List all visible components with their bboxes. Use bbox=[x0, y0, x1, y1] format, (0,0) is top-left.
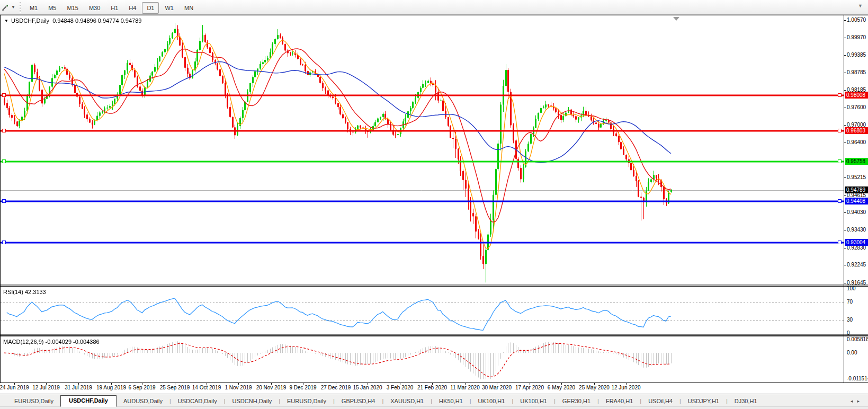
price-axis-tick: 0.98785 bbox=[847, 69, 866, 75]
price-axis-tick: 0.91645 bbox=[847, 280, 866, 286]
symbol-dropdown-icon[interactable]: ▼ bbox=[4, 19, 8, 23]
date-axis-label: 11 Mar 2020 bbox=[450, 385, 479, 390]
chart-tab-gbpusd-h4[interactable]: GBPUSD,H4 bbox=[335, 396, 382, 406]
chart-tab-eurusd-daily[interactable]: EURUSD,Daily bbox=[7, 396, 60, 406]
timeframe-button-m15[interactable]: M15 bbox=[62, 2, 83, 14]
timeframe-buttons: M1M5M15M30H1H4D1W1MN bbox=[24, 3, 199, 12]
chart-left-border bbox=[0, 15, 1, 383]
date-axis-label: 21 Feb 2020 bbox=[417, 385, 447, 390]
rsi-axis-tick: 0 bbox=[847, 330, 850, 336]
timeframe-button-h1[interactable]: H1 bbox=[106, 2, 123, 14]
date-axis: 24 Jun 201912 Jul 201931 Jul 201919 Aug … bbox=[0, 383, 868, 394]
macd-axis-tick: 0.005818 bbox=[847, 336, 868, 342]
rsi-axis-tick: 30 bbox=[847, 317, 853, 323]
date-axis-label: 6 Sep 2019 bbox=[128, 385, 155, 390]
price-axis-tick: 0.97600 bbox=[847, 104, 866, 110]
date-axis-label: 3 Feb 2020 bbox=[387, 385, 414, 390]
price-level-badge: 0.94408 bbox=[845, 198, 868, 204]
price-axis-tickmark bbox=[844, 20, 846, 21]
chevron-down-icon[interactable]: ▼ bbox=[11, 5, 15, 10]
timeframe-button-h4[interactable]: H4 bbox=[124, 2, 141, 14]
date-axis-label: 27 Dec 2019 bbox=[321, 385, 351, 390]
price-level-badge: 0.93004 bbox=[845, 239, 868, 246]
price-axis-tickmark bbox=[844, 212, 846, 213]
timeframe-button-m1[interactable]: M1 bbox=[25, 2, 42, 14]
date-axis-label: 12 Jul 2019 bbox=[32, 385, 60, 390]
chart-tab-ger30-h1[interactable]: GER30,H1 bbox=[556, 396, 597, 406]
rsi-axis-tick: 70 bbox=[847, 299, 853, 305]
date-axis-label: 19 Aug 2019 bbox=[96, 385, 126, 390]
price-axis-tickmark bbox=[844, 108, 846, 108]
price-axis-tickmark bbox=[844, 73, 846, 73]
main-price-chart[interactable] bbox=[0, 15, 844, 284]
date-axis-label: 6 May 2020 bbox=[548, 385, 575, 390]
timeframe-button-mn[interactable]: MN bbox=[180, 2, 198, 14]
price-axis-tickmark bbox=[844, 195, 846, 196]
macd-label: MACD(12,26,9) -0.004029 -0.004386 bbox=[3, 339, 100, 345]
rsi-value: 42.3133 bbox=[25, 289, 46, 295]
macd-values: -0.004029 -0.004386 bbox=[45, 339, 99, 345]
date-axis-label: 24 Jun 2019 bbox=[0, 385, 29, 390]
chart-tab-dj30-h1[interactable]: DJ30,H1 bbox=[728, 396, 764, 406]
symbol-name: USDCHF,Daily bbox=[11, 17, 49, 24]
chart-tab-xauusd-h1[interactable]: XAUUSD,H1 bbox=[383, 396, 431, 406]
toolbar-overflow-icon[interactable]: ▼ bbox=[858, 3, 863, 8]
chart-tab-eurusd-daily[interactable]: EURUSD,Daily bbox=[280, 396, 333, 406]
chart-tab-uk100-h1[interactable]: UK100,H1 bbox=[471, 396, 512, 406]
price-axis-tick: 0.99385 bbox=[847, 52, 866, 58]
price-axis-tickmark bbox=[844, 90, 846, 91]
toolbar-grip-handle[interactable] bbox=[20, 2, 21, 13]
price-level-badge: 0.96803 bbox=[845, 127, 868, 134]
price-axis-tick: 0.93430 bbox=[847, 227, 866, 233]
rsi-indicator-panel[interactable] bbox=[0, 287, 844, 334]
price-axis-tickmark bbox=[844, 143, 846, 143]
chart-cursor-icon[interactable] bbox=[1, 3, 10, 12]
symbol-ohlc-values: 0.94848 0.94896 0.94774 0.94789 bbox=[52, 17, 141, 24]
chart-tab-bar: EURUSD,DailyUSDCHF,DailyAUDUSD,Daily|USD… bbox=[0, 394, 868, 406]
date-axis-label: 30 Mar 2020 bbox=[482, 385, 512, 390]
chart-tab-uk100-h1[interactable]: UK100,H1 bbox=[513, 396, 554, 406]
date-axis-label: 9 Dec 2019 bbox=[289, 385, 316, 390]
price-level-badge: 0.95758 bbox=[845, 158, 868, 165]
macd-axis-tick: 0.00 bbox=[847, 350, 857, 355]
chart-tab-audusd-daily[interactable]: AUDUSD,Daily bbox=[117, 396, 169, 406]
date-axis-label: 15 Jan 2020 bbox=[353, 385, 382, 390]
price-axis-tickmark bbox=[844, 265, 846, 265]
chart-tab-usdcad-daily[interactable]: USDCAD,Daily bbox=[171, 396, 224, 406]
chart-tab-fra40-h1[interactable]: FRA40,H1 bbox=[599, 396, 640, 406]
date-axis-label: 20 Nov 2019 bbox=[256, 385, 287, 390]
date-axis-label: 12 Jun 2020 bbox=[611, 385, 640, 390]
price-axis-tickmark bbox=[844, 125, 846, 126]
chart-tab-usoil-h4[interactable]: USOil,H4 bbox=[641, 396, 679, 406]
rsi-label: RSI(14) 42.3133 bbox=[3, 289, 46, 295]
macd-indicator-panel[interactable] bbox=[0, 336, 844, 383]
timeframe-button-m30[interactable]: M30 bbox=[84, 2, 105, 14]
timeframes-toolbar: ▼ M1M5M15M30H1H4D1W1MN ▼ bbox=[0, 0, 868, 15]
price-axis-tick: 0.95215 bbox=[847, 174, 866, 180]
price-axis-tickmark bbox=[844, 248, 846, 248]
date-axis-label: 25 Sep 2019 bbox=[160, 385, 190, 390]
chart-tab-usdcnh-daily[interactable]: USDCNH,Daily bbox=[226, 396, 279, 406]
price-level-badge: 0.98008 bbox=[845, 92, 868, 99]
timeframe-button-d1[interactable]: D1 bbox=[142, 2, 159, 14]
symbol-quote-label: ▼USDCHF,Daily 0.94848 0.94896 0.94774 0.… bbox=[4, 17, 141, 24]
status-strip bbox=[0, 406, 868, 409]
chart-tab-hk50-h1[interactable]: HK50,H1 bbox=[432, 396, 470, 406]
date-axis-label: 1 Nov 2019 bbox=[225, 385, 252, 390]
macd-axis-tick: -0.011514 bbox=[847, 376, 868, 381]
timeframe-button-m5[interactable]: M5 bbox=[43, 2, 61, 14]
price-axis-border bbox=[844, 15, 844, 383]
timeframe-button-w1[interactable]: W1 bbox=[160, 2, 178, 14]
current-price-badge: 0.94789 bbox=[845, 186, 868, 193]
price-axis-tick: 0.99970 bbox=[847, 34, 866, 40]
price-axis-tickmark bbox=[844, 177, 846, 178]
tab-scroll-arrows[interactable]: ◂▸ bbox=[851, 398, 864, 404]
date-axis-label: 17 Apr 2020 bbox=[515, 385, 544, 390]
rsi-axis-tick: 100 bbox=[847, 286, 856, 291]
chart-tab-usdjpy-h1[interactable]: USDJPY,H1 bbox=[681, 396, 726, 406]
date-axis-label: 31 Jul 2019 bbox=[65, 385, 92, 390]
chart-tab-usdchf-daily[interactable]: USDCHF,Daily bbox=[60, 395, 117, 407]
price-axis-tick: 0.92245 bbox=[847, 262, 866, 268]
price-axis-tickmark bbox=[844, 283, 846, 283]
price-axis-tick: 0.94030 bbox=[847, 209, 866, 215]
